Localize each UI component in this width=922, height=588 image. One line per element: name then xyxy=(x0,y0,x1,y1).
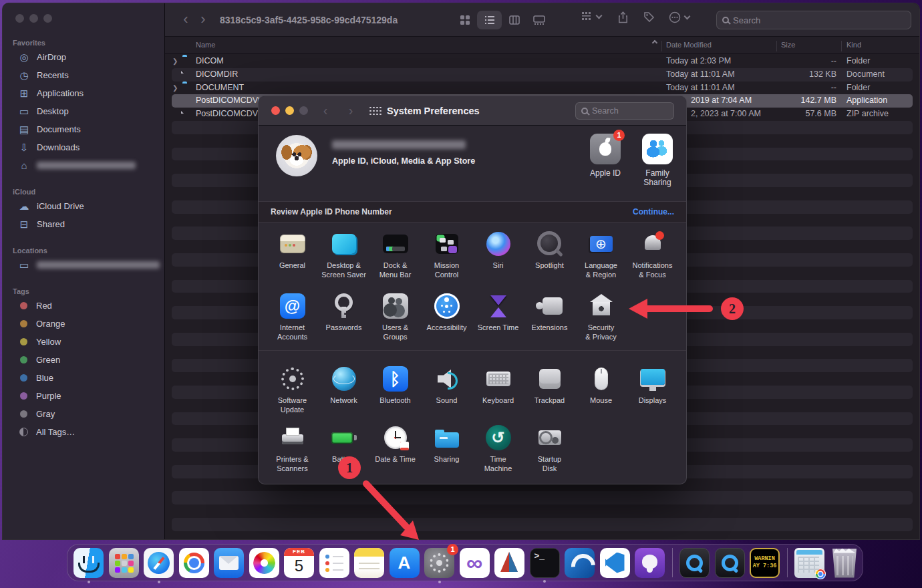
table-row[interactable]: DICOMDIR Today at 11:01 AM 132 KB Docume… xyxy=(165,68,919,82)
sidebar-item-shared[interactable]: ⊟ Shared xyxy=(7,215,160,233)
pref-accessibility[interactable]: Accessibility xyxy=(421,292,472,342)
pref-sound[interactable]: Sound xyxy=(421,365,472,415)
sidebar-item-home[interactable]: ⌂ xyxy=(7,156,160,174)
pref-mouse[interactable]: Mouse xyxy=(575,365,627,415)
pref-network[interactable]: Network xyxy=(318,365,369,415)
column-divider[interactable] xyxy=(841,41,842,51)
sidebar-tag-purple[interactable]: Purple xyxy=(7,387,160,405)
photos-dock-icon[interactable] xyxy=(249,548,279,578)
pref-notifications[interactable]: Notifications & Focus xyxy=(627,230,678,280)
sidebar-item-all-tags[interactable]: All Tags… xyxy=(7,423,160,441)
minimize-button[interactable] xyxy=(29,14,38,23)
calendar-dock-icon[interactable]: FEB 5 xyxy=(284,548,314,578)
pref-bluetooth[interactable]: Bluetooth xyxy=(369,365,421,415)
sp-search-input[interactable] xyxy=(592,106,668,116)
pref-spotlight[interactable]: Spotlight xyxy=(524,230,575,280)
column-divider[interactable] xyxy=(776,41,777,51)
gallery-view-button[interactable] xyxy=(526,11,551,29)
pref-startup-disk[interactable]: Startup Disk xyxy=(524,424,575,474)
pref-displays[interactable]: Displays xyxy=(627,365,678,415)
pref-printers-scanners[interactable]: Printers & Scanners xyxy=(267,424,318,474)
sidebar-tag-gray[interactable]: Gray xyxy=(7,405,160,423)
pref-users-groups[interactable]: Users & Groups xyxy=(369,292,421,342)
cmake-dock-icon[interactable] xyxy=(494,548,524,578)
sidebar-item-downloads[interactable]: ⇩ Downloads xyxy=(7,138,160,156)
pref-extensions[interactable]: Extensions xyxy=(524,292,575,342)
tags-button[interactable] xyxy=(643,11,655,23)
continue-link[interactable]: Continue... xyxy=(633,207,674,216)
finder-dock-icon[interactable] xyxy=(73,548,104,578)
pref-security-privacy[interactable]: Security & Privacy xyxy=(575,292,627,342)
launchpad-dock-icon[interactable] xyxy=(109,548,139,578)
sidebar-tag-yellow[interactable]: Yellow xyxy=(7,333,160,351)
avatar[interactable] xyxy=(276,135,317,176)
sidebar-item-icloud-drive[interactable]: ☁ iCloud Drive xyxy=(7,197,160,215)
terminal-dock-icon[interactable] xyxy=(530,548,560,578)
sidebar-tag-green[interactable]: Green xyxy=(7,351,160,369)
pref-sharing[interactable]: Sharing xyxy=(421,424,472,474)
sidebar-item-applications[interactable]: ⊞ Applications xyxy=(7,84,160,102)
pref-keyboard[interactable]: Keyboard xyxy=(472,365,524,415)
pref-trackpad[interactable]: Trackpad xyxy=(524,365,575,415)
notes-dock-icon[interactable] xyxy=(354,548,384,578)
sidebar-tag-red[interactable]: Red xyxy=(7,297,160,315)
sidebar-item-desktop[interactable]: ▭ Desktop xyxy=(7,102,160,120)
list-view-button[interactable] xyxy=(477,11,502,29)
show-all-preferences-icon[interactable] xyxy=(369,107,380,115)
sidebar-item-recents[interactable]: ◷ Recents xyxy=(7,66,160,84)
close-button[interactable] xyxy=(271,106,280,115)
warning-window-dock-icon[interactable]: WARNIN AY 7:36 xyxy=(750,548,780,578)
forward-button[interactable]: › xyxy=(194,11,212,29)
finder-search-field[interactable] xyxy=(716,11,911,29)
column-header-kind[interactable]: Kind xyxy=(847,41,861,49)
system-preferences-dock-icon[interactable]: 1 xyxy=(424,548,454,578)
app-store-dock-icon[interactable] xyxy=(390,548,420,578)
pref-internet-accounts[interactable]: Internet Accounts xyxy=(267,292,318,342)
pref-software-update[interactable]: Software Update xyxy=(267,365,318,415)
reminders-dock-icon[interactable] xyxy=(319,548,349,578)
column-divider[interactable] xyxy=(661,41,662,51)
sidebar-item-airdrop[interactable]: ◎ AirDrop xyxy=(7,48,160,66)
trash-dock-icon[interactable] xyxy=(830,548,860,578)
zoom-button[interactable] xyxy=(299,106,308,115)
group-by-button[interactable] xyxy=(581,11,601,22)
share-button[interactable] xyxy=(618,11,628,23)
minimize-button[interactable] xyxy=(285,106,294,115)
pref-language-region[interactable]: Language & Region xyxy=(575,230,627,280)
minimized-window-dock-icon[interactable] xyxy=(794,548,824,578)
sp-titlebar[interactable]: ‹ › System Preferences xyxy=(259,96,686,126)
pref-siri[interactable]: Siri xyxy=(472,230,524,280)
back-button[interactable]: ‹ xyxy=(317,103,333,118)
pref-screen-time[interactable]: Screen Time xyxy=(472,292,524,342)
forward-button[interactable]: › xyxy=(343,103,359,118)
column-view-button[interactable] xyxy=(502,11,526,29)
search-input[interactable] xyxy=(733,15,905,25)
back-button[interactable]: ‹ xyxy=(177,11,194,29)
pref-date-time[interactable]: Date & Time xyxy=(369,424,421,474)
family-sharing-tile[interactable]: Family Sharing xyxy=(634,134,681,187)
horos-dock-icon[interactable] xyxy=(565,548,595,578)
safari-dock-icon[interactable] xyxy=(144,548,174,578)
sidebar-item-documents[interactable]: ▤ Documents xyxy=(7,120,160,138)
sidebar-tag-orange[interactable]: Orange xyxy=(7,315,160,333)
column-header-date[interactable]: Date Modified xyxy=(666,41,712,49)
more-actions-button[interactable] xyxy=(669,11,689,23)
github-dock-icon[interactable] xyxy=(635,548,665,578)
vscode-dock-icon[interactable] xyxy=(600,548,630,578)
mail-dock-icon[interactable] xyxy=(214,548,244,578)
pref-mission-control[interactable]: Mission Control xyxy=(421,230,472,280)
column-header-size[interactable]: Size xyxy=(781,41,795,49)
apple-id-tile[interactable]: 1 Apple ID xyxy=(582,134,629,178)
table-row[interactable]: ❯ DOCUMENT Today at 11:01 AM -- Folder xyxy=(165,82,919,95)
quicktime-dock-icon[interactable] xyxy=(679,548,710,578)
column-header-name[interactable]: Name xyxy=(196,41,215,49)
table-row[interactable]: ❯ DICOM Today at 2:03 PM -- Folder xyxy=(165,55,919,68)
pref-general[interactable]: General xyxy=(267,230,318,280)
icon-view-button[interactable] xyxy=(452,11,477,29)
disclosure-triangle-icon[interactable]: ❯ xyxy=(172,55,178,68)
zoom-button[interactable] xyxy=(43,14,52,23)
chrome-dock-icon[interactable] xyxy=(179,548,209,578)
sidebar-item-device[interactable]: ▭ xyxy=(7,256,160,274)
pref-dock-menubar[interactable]: Dock & Menu Bar xyxy=(369,230,421,280)
pref-desktop-screensaver[interactable]: Desktop & Screen Saver xyxy=(318,230,369,280)
